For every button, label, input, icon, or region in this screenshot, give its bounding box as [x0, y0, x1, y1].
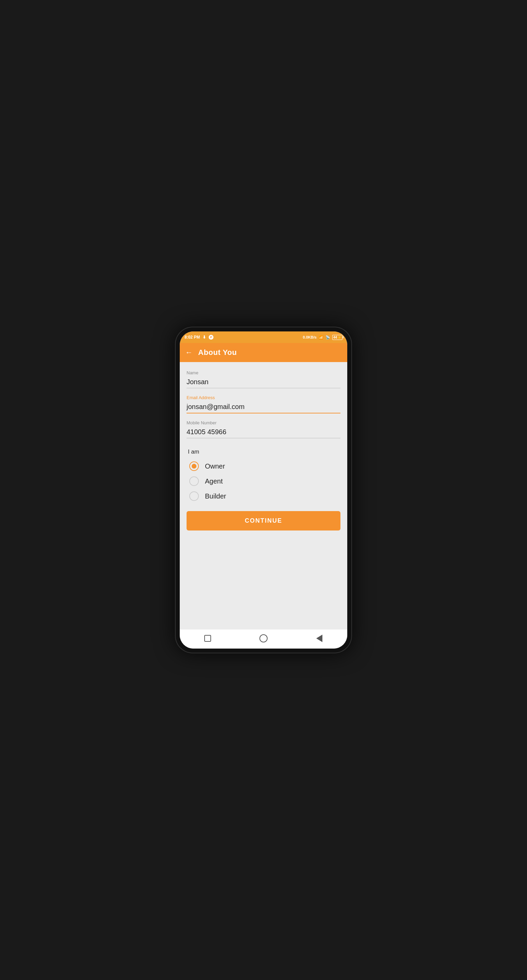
p-icon: P	[209, 335, 213, 340]
nav-bar	[180, 630, 347, 649]
nav-back-button[interactable]	[314, 633, 325, 643]
back-icon	[316, 635, 322, 642]
radio-agent[interactable]: Agent	[189, 476, 341, 486]
radio-owner-circle	[189, 461, 199, 471]
status-left: 8:02 PM ⬇ P	[185, 335, 213, 340]
nav-home-button[interactable]	[258, 633, 269, 643]
radio-owner[interactable]: Owner	[189, 461, 341, 471]
download-icon: ⬇	[202, 335, 206, 340]
radio-builder-label: Builder	[205, 492, 226, 500]
radio-agent-circle	[189, 476, 199, 486]
radio-builder[interactable]: Builder	[189, 492, 341, 501]
status-right: 0.0KB/s 📶 📡 44 ⚡	[303, 335, 342, 340]
app-bar: ← About You	[180, 343, 347, 362]
name-field-group: Name Jonsan	[186, 370, 341, 388]
wifi-icon: 📡	[325, 335, 330, 340]
radio-owner-label: Owner	[205, 463, 225, 470]
bolt-icon: ⚡	[338, 336, 341, 339]
back-button[interactable]: ←	[185, 348, 193, 357]
mobile-input[interactable]: 41005 45966	[186, 427, 341, 438]
name-label: Name	[186, 370, 341, 375]
nav-recents-button[interactable]	[202, 633, 213, 643]
radio-agent-label: Agent	[205, 477, 223, 485]
recents-icon	[204, 635, 211, 642]
mobile-field-group: Mobile Number 41005 45966	[186, 420, 341, 438]
battery-icon: 44 ⚡	[332, 335, 342, 340]
home-icon	[260, 634, 267, 643]
email-input[interactable]: jonsan@gmail.com	[186, 401, 341, 414]
email-label: Email Address	[186, 395, 341, 400]
radio-owner-dot	[192, 464, 196, 469]
content-area: Name Jonsan Email Address jonsan@gmail.c…	[180, 362, 347, 630]
signal-icon: 📶	[318, 335, 323, 340]
mobile-label: Mobile Number	[186, 420, 341, 425]
radio-builder-circle	[189, 492, 199, 501]
phone-screen: 8:02 PM ⬇ P 0.0KB/s 📶 📡 44 ⚡ ← About You	[180, 331, 347, 649]
i-am-label: I am	[188, 449, 341, 455]
time: 8:02 PM	[185, 335, 200, 340]
role-radio-group: Owner Agent Builder	[186, 461, 341, 501]
page-title: About You	[198, 348, 237, 357]
continue-button[interactable]: CONTINUE	[186, 511, 341, 530]
email-field-group: Email Address jonsan@gmail.com	[186, 395, 341, 414]
name-input[interactable]: Jonsan	[186, 377, 341, 388]
network-speed: 0.0KB/s	[303, 335, 317, 339]
phone-frame: 8:02 PM ⬇ P 0.0KB/s 📶 📡 44 ⚡ ← About You	[175, 327, 352, 653]
spacer	[186, 536, 341, 630]
status-bar: 8:02 PM ⬇ P 0.0KB/s 📶 📡 44 ⚡	[180, 331, 347, 343]
